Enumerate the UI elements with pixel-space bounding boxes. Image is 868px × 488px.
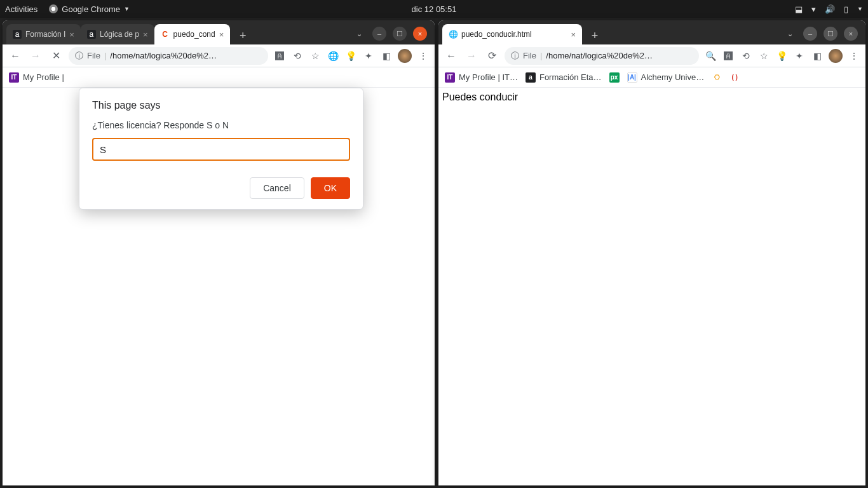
close-window-button[interactable]: × [844, 27, 858, 41]
bookmark-ext1[interactable]: ⎔ [712, 72, 722, 83]
chrome-window-left: a Formación I × a Lógica de p × C puedo_… [3, 20, 435, 485]
active-app-label: Google Chrome [62, 4, 120, 14]
kebab-menu-icon[interactable]: ⋮ [848, 50, 860, 62]
tab-favicon-icon: a [87, 30, 96, 39]
page-content: Puedes conducir [438, 88, 865, 485]
back-button[interactable]: ← [8, 50, 23, 62]
maximize-button[interactable]: ☐ [393, 27, 407, 41]
window-controls: ⌄ – ☐ × [352, 27, 431, 44]
bookmark-pexels[interactable]: px [609, 72, 620, 83]
url-path: /home/nat/logica%20de%2… [110, 51, 217, 60]
page-content: This page says ¿Tienes licencia? Respond… [3, 88, 435, 485]
tab-search-icon[interactable]: ⌄ [783, 27, 797, 41]
site-info-icon[interactable]: ⓘ [75, 50, 83, 62]
bookmark-my-profile[interactable]: IT My Profile | IT… [445, 72, 518, 83]
lightbulb-ext-icon[interactable]: 💡 [344, 50, 357, 62]
js-prompt-dialog: This page says ¿Tienes licencia? Respond… [79, 88, 363, 210]
tab-close-icon[interactable]: × [69, 30, 74, 39]
tab-puedo-conducir[interactable]: C puedo_cond × [154, 24, 231, 44]
bookmark-alchemy[interactable]: |A| Alchemy Unive… [627, 72, 705, 83]
volume-icon[interactable]: 🔊 [825, 4, 835, 14]
bookmark-ext2[interactable]: ( ) [729, 72, 740, 83]
top-panel: Activities Google Chrome ▼ dic 12 05:51 … [0, 0, 868, 18]
tab-bar: a Formación I × a Lógica de p × C puedo_… [3, 20, 435, 44]
translate-icon[interactable]: 🅰 [273, 50, 286, 62]
search-icon[interactable]: 🔍 [704, 50, 717, 62]
bookmark-formacion[interactable]: a Formación Eta… [526, 72, 602, 83]
maximize-button[interactable]: ☐ [824, 27, 837, 41]
kebab-menu-icon[interactable]: ⋮ [417, 50, 430, 62]
dialog-heading: This page says [92, 100, 350, 111]
forward-button[interactable]: → [464, 50, 479, 62]
bookmark-label: Formación Eta… [539, 72, 602, 82]
bookmark-my-profile[interactable]: IT My Profile | [9, 72, 64, 83]
tab-close-icon[interactable]: × [143, 30, 148, 39]
tab-favicon-icon: a [13, 30, 22, 39]
wifi-icon[interactable]: ▾ [811, 4, 816, 14]
dropbox-icon[interactable]: ⬓ [795, 4, 803, 14]
window-controls: ⌄ – ☐ × [783, 27, 862, 44]
sidepanel-icon[interactable]: ◧ [380, 50, 393, 62]
chrome-window-right: 🌐 puedo_conducir.html × + ⌄ – ☐ × ← → ⟳ … [438, 20, 865, 485]
bookmark-favicon-icon: ( ) [729, 72, 740, 83]
tab-favicon-icon: C [161, 30, 170, 39]
bookmark-favicon-icon: |A| [627, 72, 637, 83]
dialog-message: ¿Tienes licencia? Responde S o N [92, 120, 350, 130]
new-tab-button[interactable]: + [234, 27, 252, 44]
activities-button[interactable]: Activities [5, 4, 37, 14]
dialog-cancel-button[interactable]: Cancel [250, 177, 304, 199]
tab-close-icon[interactable]: × [219, 30, 224, 39]
tab-formacion[interactable]: a Formación I × [6, 24, 81, 44]
chrome-icon [49, 4, 58, 13]
clock[interactable]: dic 12 05:51 [412, 4, 457, 14]
new-tab-button[interactable]: + [586, 27, 604, 44]
translate-icon[interactable]: 🅰 [722, 50, 735, 62]
scheme-label: File [87, 51, 100, 60]
tab-title: puedo_cond [173, 30, 215, 39]
toolbar: ← → ⟳ ⓘ File | /home/nat/logica%20de%2… … [438, 44, 865, 67]
dialog-ok-button[interactable]: OK [311, 177, 350, 199]
bookmark-label: My Profile | [23, 72, 64, 82]
share-icon[interactable]: ⟲ [291, 50, 304, 62]
toolbar: ← → ✕ ⓘ File | /home/nat/logica%20de%2… … [3, 44, 435, 67]
chevron-down-icon: ▼ [124, 6, 130, 12]
dialog-input[interactable] [92, 138, 350, 161]
minimize-button[interactable]: – [372, 27, 386, 41]
tab-close-icon[interactable]: × [571, 30, 576, 39]
system-menu-chevron-icon[interactable]: ▼ [857, 6, 863, 12]
profile-avatar[interactable] [829, 49, 843, 63]
tab-favicon-icon: 🌐 [449, 30, 458, 39]
active-app-indicator[interactable]: Google Chrome ▼ [49, 4, 130, 14]
url-path: /home/nat/logica%20de%2… [546, 51, 653, 60]
sidepanel-icon[interactable]: ◧ [811, 50, 824, 62]
tab-bar: 🌐 puedo_conducir.html × + ⌄ – ☐ × [438, 20, 865, 44]
forward-button[interactable]: → [28, 50, 43, 62]
bookmark-favicon-icon: IT [445, 72, 455, 83]
tab-puedo-conducir[interactable]: 🌐 puedo_conducir.html × [442, 24, 582, 44]
bookmark-label: My Profile | IT… [459, 72, 518, 82]
battery-icon[interactable]: ▯ [844, 4, 848, 14]
extensions-icon[interactable]: ✦ [793, 50, 806, 62]
tab-logica[interactable]: a Lógica de p × [81, 24, 154, 44]
share-icon[interactable]: ⟲ [740, 50, 752, 62]
back-button[interactable]: ← [444, 50, 459, 62]
page-body-text: Puedes conducir [442, 92, 518, 102]
gtranslate-ext-icon[interactable]: 🌐 [327, 50, 339, 62]
profile-avatar[interactable] [398, 49, 412, 63]
site-info-icon[interactable]: ⓘ [511, 50, 519, 62]
tab-title: Formación I [25, 30, 65, 39]
bookmark-star-icon[interactable]: ☆ [309, 50, 322, 62]
minimize-button[interactable]: – [803, 27, 817, 41]
tab-search-icon[interactable]: ⌄ [352, 27, 366, 41]
lightbulb-ext-icon[interactable]: 💡 [775, 50, 788, 62]
reload-button[interactable]: ⟳ [484, 50, 499, 62]
extensions-icon[interactable]: ✦ [362, 50, 375, 62]
stop-button[interactable]: ✕ [48, 50, 64, 62]
tab-title: Lógica de p [100, 30, 139, 39]
address-bar[interactable]: ⓘ File | /home/nat/logica%20de%2… [69, 47, 268, 65]
scheme-label: File [523, 51, 536, 60]
address-bar[interactable]: ⓘ File | /home/nat/logica%20de%2… [505, 47, 699, 65]
bookmark-star-icon[interactable]: ☆ [757, 50, 770, 62]
close-window-button[interactable]: × [413, 27, 427, 41]
bookmarks-bar: IT My Profile | IT… a Formación Eta… px … [438, 67, 865, 88]
